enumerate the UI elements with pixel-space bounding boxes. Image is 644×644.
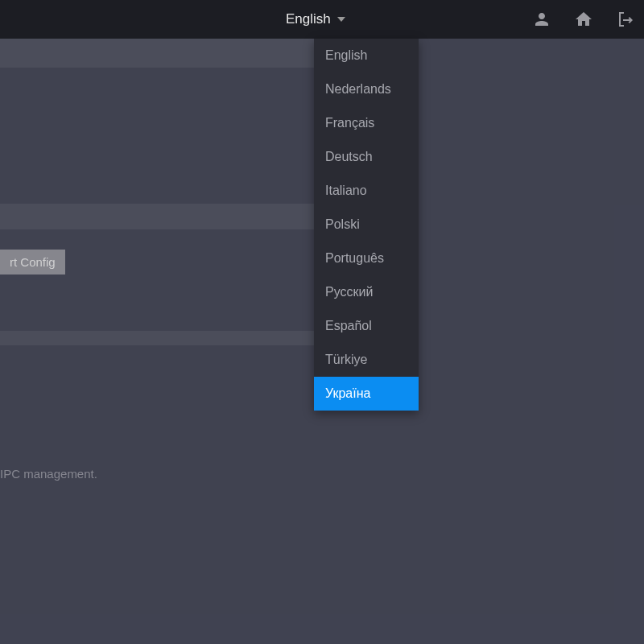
language-option-ukraine[interactable]: Україна (314, 377, 419, 411)
language-option-portugues[interactable]: Português (314, 242, 419, 275)
topbar: English (0, 0, 644, 39)
language-option-francais[interactable]: Français (314, 106, 419, 140)
user-icon[interactable] (531, 9, 552, 30)
current-language-label: English (286, 11, 331, 27)
footer-text: IPC management. (0, 467, 97, 481)
language-option-italiano[interactable]: Italiano (314, 174, 419, 208)
logout-icon[interactable] (615, 9, 636, 30)
language-option-turkiye[interactable]: Türkiye (314, 343, 419, 377)
language-dropdown: English Nederlands Français Deutsch Ital… (314, 39, 419, 411)
language-option-polski[interactable]: Polski (314, 208, 419, 242)
language-option-espanol[interactable]: Español (314, 309, 419, 343)
language-option-english[interactable]: English (314, 39, 419, 72)
home-icon[interactable] (573, 9, 594, 30)
export-config-button[interactable]: rt Config (0, 250, 65, 275)
language-selector[interactable]: English (286, 11, 345, 27)
language-option-nederlands[interactable]: Nederlands (314, 72, 419, 106)
chevron-down-icon (337, 17, 345, 22)
topbar-icons (531, 9, 636, 30)
language-option-russian[interactable]: Русский (314, 275, 419, 309)
language-option-deutsch[interactable]: Deutsch (314, 140, 419, 174)
